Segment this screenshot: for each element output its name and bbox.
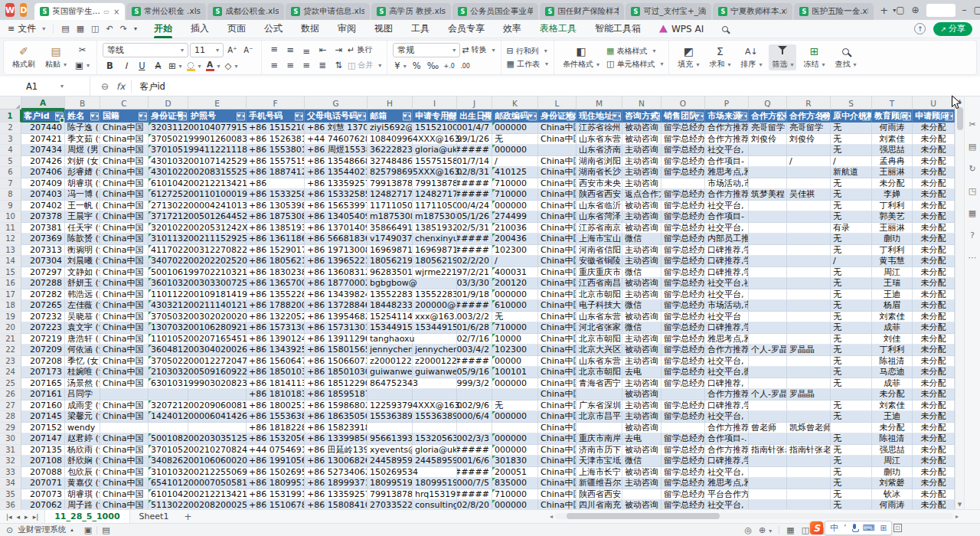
filter-dropdown-icon[interactable] — [237, 112, 245, 120]
column-letter-U[interactable]: U — [913, 96, 955, 109]
filter-dropdown-icon[interactable] — [358, 112, 366, 120]
cell[interactable]: 27033522C — [368, 500, 413, 509]
cell[interactable]: 留学总经办 — [662, 201, 705, 212]
cell[interactable]: 130703200106280921 — [149, 322, 188, 334]
cell[interactable]: 未分配 — [913, 312, 955, 323]
prev-sheet-icon[interactable]: ◂ — [17, 513, 21, 521]
cell[interactable]: 151521001 — [413, 123, 457, 134]
cell[interactable]: China中国 — [100, 167, 149, 178]
cell[interactable]: 微信 — [622, 300, 662, 312]
cell[interactable] — [749, 278, 787, 289]
cell[interactable]: 电子科技大 — [577, 300, 622, 312]
last-sheet-icon[interactable]: ▸| — [33, 513, 39, 521]
table-header-cell[interactable]: 合作方名称 — [787, 109, 831, 123]
cell[interactable]: +86 1343982452 — [305, 289, 368, 301]
cell[interactable]: 亮哥留学 — [787, 123, 831, 134]
cell[interactable]: 主动咨询 — [622, 178, 662, 190]
cell[interactable]: 刘素佳 — [872, 400, 913, 412]
cell[interactable]: 被动咨询 — [622, 389, 662, 400]
cell[interactable]: +86 1335925706 — [305, 178, 368, 190]
side-tool-icon-3[interactable]: ↻ — [969, 164, 975, 174]
cell[interactable]: China中国 — [100, 267, 149, 279]
cell[interactable]: 留学总经办 — [662, 278, 705, 289]
cell[interactable]: 500108200203035125 — [149, 433, 188, 445]
cell[interactable] — [188, 423, 247, 434]
row-number[interactable]: 12 — [0, 234, 21, 245]
cell[interactable]: China中国 — [538, 489, 577, 501]
cell[interactable]: China中国 — [100, 156, 149, 168]
cell[interactable]: 500106199702210321 — [149, 267, 188, 279]
cell[interactable]: 被动咨询 — [622, 223, 662, 234]
font-size-select[interactable]: 11▾ — [190, 43, 224, 57]
cell[interactable]: 北京市朝阳 — [577, 334, 622, 345]
cell[interactable]: 207071 — [21, 478, 65, 489]
decrease-indent-button[interactable]: ⇤ — [315, 44, 330, 57]
cell[interactable]: 江苏省南京 — [577, 223, 622, 234]
cell[interactable]: 370105199411221118 — [149, 145, 188, 156]
cell[interactable]: China中国 — [100, 245, 149, 257]
cell[interactable]: China中国 — [538, 167, 577, 178]
cell[interactable]: 未分配 — [913, 411, 955, 423]
cell[interactable]: 110105200207165451 — [149, 334, 188, 345]
cell[interactable]: 未分配 — [913, 356, 955, 368]
cell[interactable]: 济南市历下 — [577, 445, 622, 456]
cell[interactable]: 主动咨询 — [622, 211, 662, 223]
cell[interactable]: 刘紫磬 — [872, 478, 913, 489]
table-header-cell[interactable]: 邮箱 — [368, 109, 413, 123]
cell[interactable]: +86 1565399710 — [305, 201, 368, 212]
menu-tab-视图[interactable]: 视图 — [365, 20, 402, 38]
cell[interactable]: 未分配 — [913, 211, 955, 223]
tab-smart-toolbox[interactable]: 智能工具箱 — [586, 20, 650, 38]
cell[interactable]: 799138782 — [368, 178, 413, 190]
cell[interactable] — [749, 256, 787, 267]
cell[interactable] — [749, 145, 787, 156]
cell[interactable]: 留学总经办 — [662, 211, 705, 223]
ime-lang-toggle[interactable]: 中 — [830, 522, 838, 534]
cell[interactable]: 周子路 (女 — [65, 500, 100, 509]
align-middle-button[interactable]: ≡ — [283, 44, 298, 57]
cell[interactable]: wendy — [65, 423, 100, 434]
skin-icon[interactable]: ⊕ — [912, 5, 920, 15]
cell[interactable]: 留学总经办 — [662, 289, 705, 301]
filter-dropdown-icon[interactable] — [403, 112, 411, 120]
cell[interactable]: China中国 — [100, 445, 149, 456]
cell[interactable]: 1999/3/2 — [457, 378, 492, 390]
cell[interactable]: 市场活动,市 — [705, 300, 749, 312]
cell[interactable]: China中国 — [100, 211, 149, 223]
cell[interactable]: +86 52734062 — [305, 467, 368, 479]
cell[interactable]: 207145 — [21, 411, 65, 423]
file-menu[interactable]: ≡ 文件 ▾ — [0, 22, 53, 35]
cell[interactable]: 18448233 — [368, 300, 413, 312]
cell[interactable]: +86 15263810 — [247, 134, 305, 145]
cell[interactable]: ######## — [457, 189, 492, 201]
merge-cells-button[interactable]: ◫ 合并▾ — [348, 60, 381, 70]
row-number[interactable]: 36 — [0, 500, 21, 509]
cell[interactable] — [787, 334, 831, 345]
cell[interactable]: 罗晶晶 — [787, 389, 831, 400]
cell[interactable]: 无 — [831, 234, 872, 245]
cell[interactable]: / — [787, 156, 831, 168]
cell[interactable]: 610000 — [492, 300, 538, 312]
cell[interactable]: China中国 — [100, 256, 149, 267]
table-header-cell[interactable]: 申请专用邮箱 — [413, 109, 457, 123]
cell[interactable]: 207152 — [21, 423, 65, 434]
cell[interactable]: 吕同学 — [65, 389, 100, 400]
row-number[interactable]: 13 — [0, 245, 21, 257]
cell[interactable]: 180995191 — [413, 478, 457, 489]
cell[interactable]: 左佳薇 (女 — [65, 300, 100, 312]
cell[interactable]: / — [492, 256, 538, 267]
table-header-cell[interactable]: 父母电话号码 — [305, 109, 368, 123]
cell[interactable]: 207426 — [21, 156, 65, 168]
cell[interactable]: 无 — [492, 400, 538, 412]
cell[interactable] — [749, 178, 787, 190]
tab-table-tools[interactable]: 表格工具 — [531, 20, 586, 38]
table-header-cell[interactable]: 客户id — [21, 109, 65, 123]
cell[interactable]: 未分配 — [913, 489, 955, 501]
cell[interactable]: guiwanwei — [368, 367, 413, 378]
cell[interactable]: 152541145 — [368, 312, 413, 323]
cell[interactable]: 000000 — [492, 433, 538, 445]
cell[interactable]: 未分配 — [913, 378, 955, 390]
cell[interactable]: +86 1370140948 — [305, 223, 368, 234]
table-header-cell[interactable]: 合作方公司 — [749, 109, 787, 123]
cell[interactable] — [787, 267, 831, 279]
